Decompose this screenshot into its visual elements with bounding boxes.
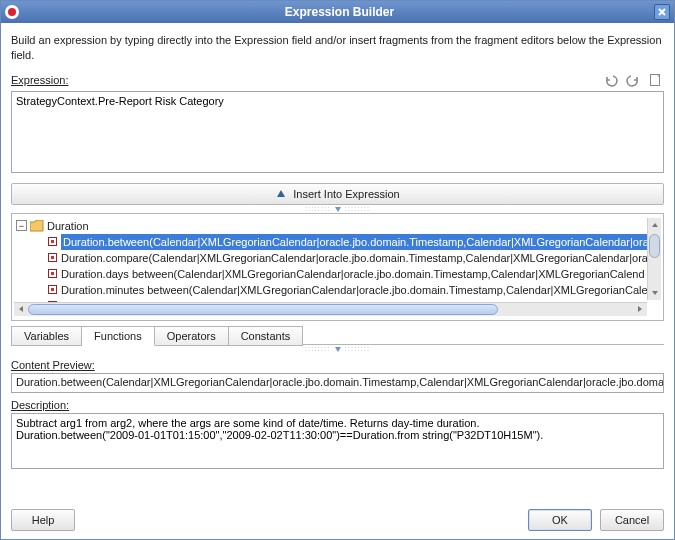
method-icon: [48, 237, 57, 246]
ok-button[interactable]: OK: [528, 509, 592, 531]
insert-into-expression-button[interactable]: Insert Into Expression: [11, 183, 664, 205]
scroll-up-icon[interactable]: [648, 218, 661, 232]
tree-expander-icon[interactable]: −: [16, 220, 27, 231]
titlebar[interactable]: Expression Builder: [1, 1, 674, 23]
vertical-scroll-thumb[interactable]: [649, 234, 660, 258]
dialog-window: Expression Builder Build an expression b…: [0, 0, 675, 540]
tree-item-label: Duration.minutes between(Calendar|XMLGre…: [61, 282, 648, 298]
fragment-tree-scroll: −DurationDuration.between(Calendar|XMLGr…: [14, 218, 661, 316]
method-icon: [48, 285, 57, 294]
tab-functions[interactable]: Functions: [82, 326, 155, 346]
splitter-grip-top[interactable]: ::::::::::::::::: [11, 205, 664, 213]
method-icon: [48, 253, 57, 262]
tab-operators[interactable]: Operators: [155, 326, 229, 346]
fragment-panel: −DurationDuration.between(Calendar|XMLGr…: [11, 213, 664, 321]
scroll-down-icon[interactable]: [648, 286, 661, 300]
method-icon: [48, 269, 57, 278]
content-preview-value[interactable]: Duration.between(Calendar|XMLGregorianCa…: [11, 373, 664, 393]
app-icon: [5, 5, 19, 19]
horizontal-scroll-thumb[interactable]: [28, 304, 498, 315]
description-field: Description:: [11, 399, 664, 471]
description-value[interactable]: [11, 413, 664, 469]
dialog-footer: Help OK Cancel: [11, 499, 664, 531]
vertical-scrollbar[interactable]: [647, 218, 661, 300]
tree-root-duration[interactable]: −Duration: [14, 218, 661, 234]
undo-icon[interactable]: [602, 71, 620, 89]
window-title: Expression Builder: [25, 5, 654, 19]
expression-input[interactable]: [11, 91, 664, 173]
scroll-right-icon[interactable]: [633, 303, 647, 316]
ok-button-label: OK: [552, 514, 568, 526]
tree-item[interactable]: Duration.compare(Calendar|XMLGregorianCa…: [14, 250, 661, 266]
instructions-text: Build an expression by typing directly i…: [11, 33, 664, 63]
tab-constants[interactable]: Constants: [229, 326, 304, 346]
content-preview-field: Content Preview: Duration.between(Calend…: [11, 359, 664, 393]
tree-item-label: Duration.days between(Calendar|XMLGregor…: [61, 266, 645, 282]
horizontal-scrollbar[interactable]: [14, 302, 647, 316]
expression-toolbar: [602, 71, 664, 89]
fragment-tabs: VariablesFunctionsOperatorsConstants: [11, 325, 664, 345]
tab-variables[interactable]: Variables: [11, 326, 82, 346]
description-label: Description:: [11, 399, 664, 411]
splitter-grip-mid[interactable]: ::::::::::::::::: [11, 345, 664, 353]
redo-icon[interactable]: [624, 71, 642, 89]
tree-item[interactable]: Duration.between(Calendar|XMLGregorianCa…: [14, 234, 661, 250]
insert-button-label: Insert Into Expression: [293, 188, 399, 200]
help-button-label: Help: [32, 514, 55, 526]
folder-icon: [30, 220, 44, 232]
cancel-button-label: Cancel: [615, 514, 649, 526]
help-button[interactable]: Help: [11, 509, 75, 531]
fragment-tree[interactable]: −DurationDuration.between(Calendar|XMLGr…: [14, 218, 661, 314]
expression-label: Expression:: [11, 74, 602, 86]
close-button[interactable]: [654, 4, 670, 20]
dialog-body: Build an expression by typing directly i…: [1, 23, 674, 539]
cancel-button[interactable]: Cancel: [600, 509, 664, 531]
tree-item-label: Duration.compare(Calendar|XMLGregorianCa…: [61, 250, 648, 266]
tree-item-label: Duration.between(Calendar|XMLGregorianCa…: [61, 234, 651, 250]
scroll-left-icon[interactable]: [14, 303, 28, 316]
tree-root-label: Duration: [47, 218, 89, 234]
tree-item[interactable]: Duration.minutes between(Calendar|XMLGre…: [14, 282, 661, 298]
clear-icon[interactable]: [646, 71, 664, 89]
tree-item[interactable]: Duration.days between(Calendar|XMLGregor…: [14, 266, 661, 282]
content-preview-label: Content Preview:: [11, 359, 664, 371]
svg-point-0: [8, 8, 16, 16]
